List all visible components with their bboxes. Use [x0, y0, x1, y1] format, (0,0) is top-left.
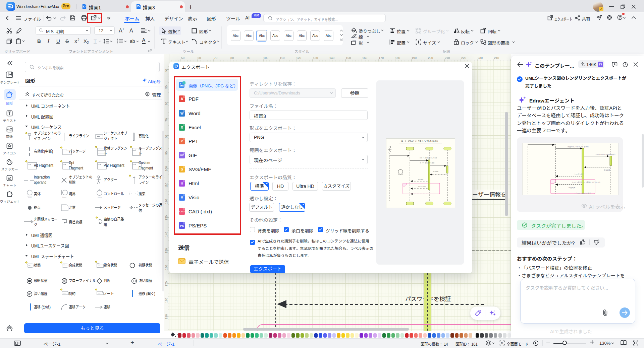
- svg-text:Control: Control: [98, 196, 102, 198]
- svg-text:Entity: Entity: [28, 196, 32, 198]
- svg-text:トークン発行: トークン発行: [418, 186, 426, 187]
- svg-text:ユーザーがWebサイトでログインする場合の流れ: ユーザーがWebサイトでログインする場合の流れ: [401, 140, 438, 142]
- svg-text:ユーザー資格情報を確認: ユーザー資格情報を確認: [420, 162, 434, 164]
- svg-text:照会結果: 照会結果: [604, 169, 610, 171]
- svg-text:データベースへ照会を実行: データベースへ照会を実行: [595, 153, 615, 155]
- svg-text:ログイン情報を入力して送信: ログイン情報を入力して送信: [420, 157, 437, 159]
- svg-text:トークン発行しトップ画面にリダイレクト: トークン発行しトップ画面にリダイレクト: [572, 181, 601, 183]
- svg-text:認証APIにリクエストを送信: 認証APIにリクエストを送信: [568, 146, 589, 148]
- svg-text:トークン発行: トークン発行: [574, 173, 584, 175]
- svg-text:Bound: Bound: [62, 196, 66, 198]
- svg-text:照会結果: 照会結果: [433, 170, 438, 172]
- svg-text:D: D: [501, 342, 503, 345]
- svg-text:エラーメッセージを表示: エラーメッセージを表示: [574, 193, 591, 194]
- svg-text:認証成功: 認証成功: [418, 179, 423, 181]
- svg-text:認証失敗: 認証失敗: [569, 187, 576, 189]
